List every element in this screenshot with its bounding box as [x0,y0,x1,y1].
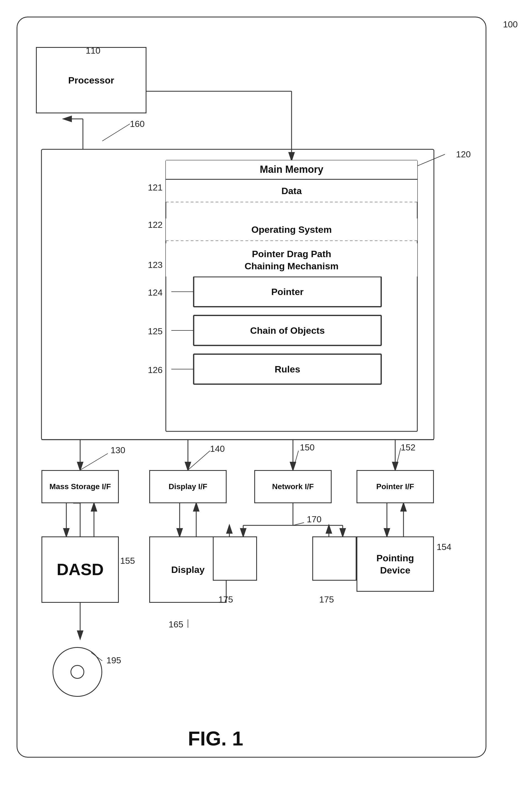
ref-152: 152 [401,442,416,453]
os-row: Operating System [166,219,417,240]
outer-border [17,17,486,758]
pointing-device-label: PointingDevice [376,552,414,576]
data-row: Data [166,180,417,202]
pointer-if-label: Pointer I/F [376,482,414,491]
ref-140: 140 [210,444,225,454]
ref-120: 120 [456,149,471,159]
ref-175a: 175 [218,594,233,605]
figure-label: FIG. 1 [188,727,243,750]
rules-box: Rules [193,354,381,384]
main-memory-header: Main Memory [166,160,417,180]
main-memory-label: Main Memory [260,163,323,176]
network-if-label: Network I/F [272,482,314,491]
ref-123: 123 [148,260,162,270]
processor-box: Processor [36,47,147,113]
rules-label: Rules [275,363,300,375]
mass-storage-if-label: Mass Storage I/F [50,482,111,491]
os-label: Operating System [251,223,332,235]
display-if-label: Display I/F [168,482,207,491]
ref-170: 170 [307,514,321,525]
ref-154: 154 [437,542,451,552]
mass-storage-if-box: Mass Storage I/F [42,470,119,503]
display-label: Display [171,563,205,576]
ref-126: 126 [148,365,162,375]
chain-of-objects-label: Chain of Objects [250,324,325,336]
disk-icon [53,647,102,697]
ref-122: 122 [148,220,162,230]
ref-155: 155 [120,556,135,566]
network-node-right-box [312,536,356,581]
ref-110: 110 [86,46,100,56]
disk-inner-circle [71,665,84,679]
data-label: Data [281,185,302,197]
ref-160: 160 [130,119,144,129]
network-node-left-box [213,536,257,581]
ref-195: 195 [106,655,121,665]
ref-165: 165 [168,619,183,630]
pointer-if-box: Pointer I/F [356,470,434,503]
ref-125: 125 [148,326,162,336]
ref-175b: 175 [319,594,334,605]
pointer-drag-label: Pointer Drag PathChaining Mechanism [245,248,339,272]
ref-100: 100 [503,19,517,30]
chain-of-objects-box: Chain of Objects [193,315,381,346]
ref-121: 121 [148,182,162,193]
diagram: Processor Main Memory Data Operating Sys… [0,0,532,785]
dasd-label: DASD [57,559,104,580]
network-if-box: Network I/F [254,470,331,503]
dasd-box: DASD [42,536,119,603]
pointing-device-box: PointingDevice [356,536,434,592]
ref-150: 150 [300,442,315,453]
pointer-box: Pointer [193,277,381,307]
ref-124: 124 [148,287,162,298]
display-if-box: Display I/F [149,470,227,503]
pointer-drag-row: Pointer Drag PathChaining Mechanism [166,243,417,277]
ref-130: 130 [110,445,125,455]
pointer-box-label: Pointer [271,286,303,298]
processor-label: Processor [68,74,114,86]
